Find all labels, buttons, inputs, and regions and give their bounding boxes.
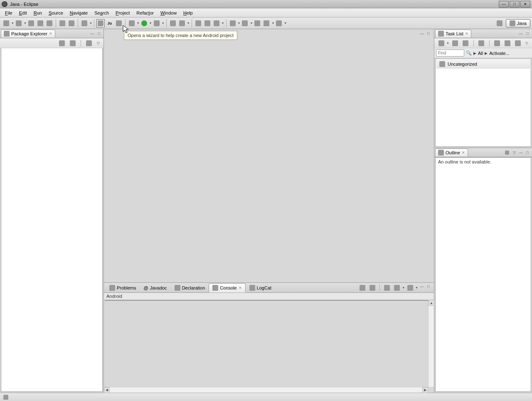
maximize-view-button[interactable]: □ [525,31,530,37]
menu-source[interactable]: Source [45,9,66,17]
open-console-button[interactable]: ▼ [406,284,418,292]
debug-button[interactable]: ▼ [127,19,140,27]
maximize-button[interactable]: □ [510,1,520,7]
console-body[interactable] [105,300,433,301]
menu-window[interactable]: Window [157,9,180,17]
javadoc-icon: @ [143,285,148,290]
new-xml-button[interactable] [115,19,123,27]
main-toolbar: ▼ ▼ ▼ Ju ▼ ▼ ▼ ▼ ▼ ▼ ▼ ▼ ▼ Java [0,17,532,29]
open-perspective-button[interactable] [495,19,504,27]
declaration-tab[interactable]: Declaration [171,283,209,292]
forward-button[interactable]: ▼ [274,19,287,27]
search-icon[interactable]: 🔍 [466,50,472,56]
external-tools-button[interactable]: ▼ [152,19,165,27]
new-class-button[interactable]: ▼ [177,19,190,27]
open-type-button[interactable] [194,19,202,27]
close-icon[interactable]: ✕ [465,32,468,36]
problems-tab[interactable]: Problems [106,283,140,292]
menu-help[interactable]: Help [180,9,196,17]
minimize-view-button[interactable]: — [518,31,524,37]
scroll-up-icon[interactable]: ▲ [429,300,434,306]
search-button[interactable]: ▼ [212,19,224,27]
console-tab[interactable]: Console ✕ [209,283,245,292]
close-icon[interactable]: ✕ [49,32,52,36]
close-icon[interactable]: ✕ [239,286,242,290]
logcat-icon [249,285,255,291]
outline-tab[interactable]: Outline ✕ [435,149,468,156]
all-link[interactable]: All [478,51,483,56]
nav-next-button[interactable]: ▼ [240,19,253,27]
package-explorer-body[interactable] [1,48,103,392]
focus-workweek-button[interactable] [478,39,485,47]
new-package-button[interactable] [169,19,177,27]
print-button[interactable] [45,19,54,27]
nav-prev-button[interactable]: ▼ [228,19,241,27]
activate-link[interactable]: Activate... [489,51,509,56]
close-button[interactable]: ✕ [520,1,530,7]
new-junit-button[interactable]: Ju [106,19,114,27]
outline-focus-button[interactable] [504,150,510,156]
minimize-button[interactable]: — [499,1,509,7]
tb-btn-8[interactable]: ▼ [80,19,92,27]
menu-navigate[interactable]: Navigate [66,9,91,17]
back-button[interactable]: ▼ [262,19,274,27]
hide-completed-button[interactable] [493,39,501,47]
vertical-scrollbar[interactable]: ▲ [428,300,434,387]
javadoc-tab[interactable]: @ Javadoc [140,284,170,292]
close-icon[interactable]: ✕ [462,151,465,155]
run-button[interactable]: ▼ [140,19,152,27]
synchronize-button[interactable] [462,39,470,47]
collapse-all-tasks-button[interactable] [504,39,512,47]
new-button[interactable]: ▼ [2,19,14,27]
maximize-view-button[interactable]: □ [426,284,431,290]
menu-project[interactable]: Project [112,9,133,17]
view-menu-button[interactable]: ▽ [511,150,517,156]
focus-task-button[interactable] [85,39,93,47]
view-menu-button[interactable]: ▽ [95,40,101,46]
tb-btn-7[interactable] [67,19,76,27]
task-list-body[interactable]: Uncategorized [435,58,531,147]
arrow-icon[interactable]: ▶ [485,51,488,55]
link-editor-button[interactable] [69,39,77,47]
scroll-right-icon[interactable]: ▶ [422,387,428,393]
menu-run[interactable]: Run [30,9,45,17]
view-menu-button[interactable]: ▽ [524,40,530,46]
last-edit-button[interactable] [253,19,261,27]
pin-console-button[interactable] [383,284,391,292]
menu-file[interactable]: File [2,9,16,17]
open-task-button[interactable] [203,19,212,27]
maximize-editor-button[interactable]: □ [426,31,431,37]
menu-refactor[interactable]: Refactor [133,9,157,17]
outline-body[interactable]: An outline is not available. [435,157,531,392]
package-explorer-tab[interactable]: Package Explorer ✕ [1,30,55,37]
menu-edit[interactable]: Edit [16,9,30,17]
maximize-view-button[interactable]: □ [525,150,530,156]
minimize-view-button[interactable]: — [89,31,95,37]
clear-console-button[interactable] [358,284,367,292]
menu-search[interactable]: Search [91,9,112,17]
scroll-lock-button[interactable] [368,284,377,292]
collapse-all-button[interactable] [58,39,66,47]
display-console-button[interactable]: ▼ [392,284,405,292]
new-android-project-button[interactable] [96,19,105,27]
task-category[interactable]: Uncategorized [436,59,530,69]
categorize-button[interactable] [451,39,459,47]
task-find-input[interactable] [436,50,464,57]
maximize-view-button[interactable]: □ [96,31,102,37]
arrow-icon[interactable]: ▶ [473,51,476,55]
task-list-tab[interactable]: Task List ✕ [435,30,471,37]
editor-area[interactable]: — □ [104,29,434,283]
schedule-button[interactable] [514,39,522,47]
minimize-editor-button[interactable]: — [419,31,425,37]
tb-btn-4[interactable] [36,19,44,27]
scroll-left-icon[interactable]: ◀ [104,387,110,393]
horizontal-scrollbar[interactable]: ◀ ▶ [104,387,428,393]
new-task-button[interactable]: ▼ [437,39,449,47]
save-all-button[interactable] [27,19,35,27]
minimize-view-button[interactable]: — [518,150,524,156]
logcat-tab[interactable]: LogCat [246,283,275,292]
java-perspective-button[interactable]: Java [506,19,530,27]
save-button[interactable]: ▼ [14,19,27,27]
minimize-view-button[interactable]: — [419,284,425,290]
tb-btn-6[interactable] [58,19,66,27]
